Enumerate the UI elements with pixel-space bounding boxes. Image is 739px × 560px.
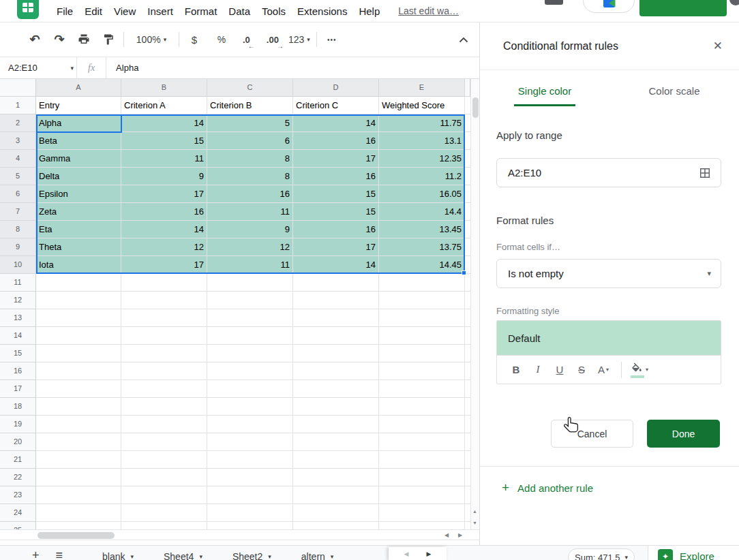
- cell-E25[interactable]: [379, 522, 465, 529]
- cell-A15[interactable]: [36, 345, 121, 362]
- row-header-3[interactable]: 3: [0, 132, 36, 150]
- cell-B7[interactable]: 16: [121, 203, 207, 221]
- range-input[interactable]: A2:E10: [496, 158, 721, 187]
- redo-button[interactable]: ↷: [50, 31, 68, 48]
- cell-E15[interactable]: [379, 345, 465, 362]
- menu-edit[interactable]: Edit: [85, 5, 102, 17]
- all-sheets-button[interactable]: ≡: [56, 549, 63, 560]
- cell-C4[interactable]: 8: [207, 150, 293, 168]
- formula-input[interactable]: Alpha: [106, 63, 138, 73]
- cell-C2[interactable]: 5: [207, 114, 293, 132]
- explore-button[interactable]: ✦ Explore: [648, 546, 739, 560]
- cell-E18[interactable]: [379, 398, 465, 416]
- cell-D11[interactable]: [293, 274, 379, 292]
- cell-E6[interactable]: 16.05: [379, 185, 465, 203]
- column-header-B[interactable]: B: [121, 79, 207, 97]
- cell-D3[interactable]: 16: [293, 132, 379, 150]
- more-toolbar-button[interactable]: •••: [323, 31, 341, 48]
- cell-B12[interactable]: [121, 292, 207, 309]
- cell-E20[interactable]: [379, 433, 465, 451]
- sheet-tab-Sheet2[interactable]: Sheet2▾: [217, 548, 286, 560]
- cell-D15[interactable]: [293, 345, 379, 362]
- cell-B13[interactable]: [121, 309, 207, 327]
- cell-sliver-21[interactable]: [465, 451, 470, 469]
- cell-B25[interactable]: [121, 522, 207, 529]
- cell-B22[interactable]: [121, 469, 207, 486]
- cell-sliver-3[interactable]: [465, 132, 470, 150]
- done-button[interactable]: Done: [647, 420, 720, 448]
- cell-E10[interactable]: 14.45: [379, 256, 465, 274]
- cell-sliver-11[interactable]: [465, 274, 470, 292]
- cell-E1[interactable]: Weighted Score: [379, 97, 465, 114]
- row-header-2[interactable]: 2: [0, 114, 36, 132]
- tabs-scroll-right-icon[interactable]: ▶: [427, 550, 432, 557]
- cell-sliver-16[interactable]: [465, 362, 470, 380]
- column-header-D[interactable]: D: [293, 79, 379, 97]
- cell-sliver-2[interactable]: [465, 114, 470, 132]
- share-button[interactable]: [639, 0, 727, 16]
- cell-B16[interactable]: [121, 362, 207, 380]
- cell-B21[interactable]: [121, 451, 207, 469]
- sheet-tab-menu-icon[interactable]: ▾: [199, 553, 202, 560]
- cell-sliver-18[interactable]: [465, 398, 470, 416]
- cell-D13[interactable]: [293, 309, 379, 327]
- cell-C1[interactable]: Criterion B: [207, 97, 293, 114]
- cell-E9[interactable]: 13.75: [379, 238, 465, 256]
- cell-C17[interactable]: [207, 380, 293, 398]
- cell-D9[interactable]: 17: [293, 238, 379, 256]
- cell-D14[interactable]: [293, 327, 379, 345]
- cell-A13[interactable]: [36, 309, 121, 327]
- cell-A25[interactable]: [36, 522, 121, 529]
- cell-C22[interactable]: [207, 469, 293, 486]
- row-header-20[interactable]: 20: [0, 433, 36, 451]
- last-edit-link[interactable]: Last edit wa…: [398, 5, 459, 16]
- column-header-A[interactable]: A: [36, 79, 121, 97]
- cell-C9[interactable]: 12: [207, 238, 293, 256]
- cell-sliver-14[interactable]: [465, 327, 470, 345]
- cell-sliver-9[interactable]: [465, 238, 470, 256]
- cell-E23[interactable]: [379, 486, 465, 504]
- menu-help[interactable]: Help: [359, 5, 380, 17]
- cell-C18[interactable]: [207, 398, 293, 416]
- cell-C3[interactable]: 6: [207, 132, 293, 150]
- cell-A3[interactable]: Beta: [36, 132, 121, 150]
- paint-format-button[interactable]: [100, 31, 117, 48]
- cell-B3[interactable]: 15: [121, 132, 207, 150]
- cell-D25[interactable]: [293, 522, 379, 529]
- cell-E5[interactable]: 11.2: [379, 168, 465, 185]
- row-header-5[interactable]: 5: [0, 168, 36, 185]
- cell-A19[interactable]: [36, 416, 121, 433]
- cell-B19[interactable]: [121, 416, 207, 433]
- cell-D19[interactable]: [293, 416, 379, 433]
- cell-A8[interactable]: Eta: [36, 221, 121, 238]
- cell-D20[interactable]: [293, 433, 379, 451]
- horizontal-scrollbar[interactable]: ◀ ▶: [0, 529, 479, 540]
- cell-C16[interactable]: [207, 362, 293, 380]
- print-button[interactable]: [75, 31, 93, 48]
- cancel-button[interactable]: Cancel: [551, 420, 633, 448]
- cell-sliver-12[interactable]: [465, 292, 470, 309]
- cell-B9[interactable]: 12: [121, 238, 207, 256]
- cell-C20[interactable]: [207, 433, 293, 451]
- menu-view[interactable]: View: [114, 5, 136, 17]
- cell-A12[interactable]: [36, 292, 121, 309]
- increase-decimal-button[interactable]: .00→: [262, 35, 283, 45]
- cell-B18[interactable]: [121, 398, 207, 416]
- scroll-right-button[interactable]: ▶: [453, 530, 467, 540]
- cell-C12[interactable]: [207, 292, 293, 309]
- cell-sliver-4[interactable]: [465, 150, 470, 168]
- cell-B1[interactable]: Criterion A: [121, 97, 207, 114]
- row-header-16[interactable]: 16: [0, 362, 36, 380]
- cell-B24[interactable]: [121, 504, 207, 522]
- cell-C7[interactable]: 11: [207, 203, 293, 221]
- italic-button[interactable]: I: [528, 360, 547, 380]
- column-header-E[interactable]: E: [379, 79, 465, 97]
- cell-B17[interactable]: [121, 380, 207, 398]
- cell-sliver-23[interactable]: [465, 486, 470, 504]
- cell-A18[interactable]: [36, 398, 121, 416]
- row-header-14[interactable]: 14: [0, 327, 36, 345]
- meet-button[interactable]: [583, 0, 635, 13]
- cell-D1[interactable]: Criterion C: [293, 97, 379, 114]
- cell-E21[interactable]: [379, 451, 465, 469]
- cell-B20[interactable]: [121, 433, 207, 451]
